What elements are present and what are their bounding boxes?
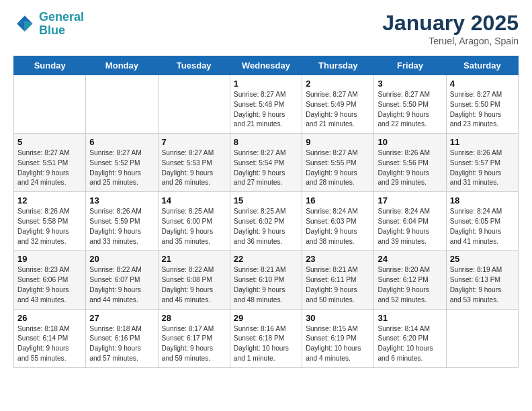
calendar-week-4: 19Sunrise: 8:23 AM Sunset: 6:06 PM Dayli…	[14, 250, 519, 309]
calendar-cell: 10Sunrise: 8:26 AM Sunset: 5:56 PM Dayli…	[374, 134, 446, 192]
calendar-cell: 1Sunrise: 8:27 AM Sunset: 5:48 PM Daylig…	[230, 75, 302, 134]
day-info: Sunrise: 8:26 AM Sunset: 5:59 PM Dayligh…	[89, 207, 154, 246]
calendar-cell: 25Sunrise: 8:19 AM Sunset: 6:13 PM Dayli…	[446, 250, 518, 309]
day-info: Sunrise: 8:25 AM Sunset: 6:02 PM Dayligh…	[234, 207, 298, 246]
calendar-cell: 26Sunrise: 8:18 AM Sunset: 6:14 PM Dayli…	[14, 309, 86, 367]
day-info: Sunrise: 8:14 AM Sunset: 6:20 PM Dayligh…	[378, 324, 442, 364]
day-info: Sunrise: 8:15 AM Sunset: 6:19 PM Dayligh…	[306, 324, 370, 364]
calendar-cell: 11Sunrise: 8:26 AM Sunset: 5:57 PM Dayli…	[446, 134, 518, 192]
logo-line1: General	[39, 10, 84, 24]
logo-icon	[13, 13, 35, 35]
day-info: Sunrise: 8:21 AM Sunset: 6:10 PM Dayligh…	[234, 265, 298, 305]
day-info: Sunrise: 8:21 AM Sunset: 6:11 PM Dayligh…	[306, 265, 370, 305]
day-number: 21	[162, 254, 226, 264]
calendar-cell: 19Sunrise: 8:23 AM Sunset: 6:06 PM Dayli…	[14, 250, 86, 309]
day-info: Sunrise: 8:27 AM Sunset: 5:48 PM Dayligh…	[234, 90, 298, 130]
calendar-cell: 12Sunrise: 8:26 AM Sunset: 5:58 PM Dayli…	[14, 192, 86, 250]
calendar-cell: 2Sunrise: 8:27 AM Sunset: 5:49 PM Daylig…	[302, 75, 374, 134]
day-info: Sunrise: 8:16 AM Sunset: 6:18 PM Dayligh…	[234, 324, 298, 364]
day-info: Sunrise: 8:17 AM Sunset: 6:17 PM Dayligh…	[162, 324, 226, 364]
calendar-cell: 29Sunrise: 8:16 AM Sunset: 6:18 PM Dayli…	[230, 309, 302, 367]
day-number: 30	[306, 313, 370, 323]
calendar-week-3: 12Sunrise: 8:26 AM Sunset: 5:58 PM Dayli…	[14, 192, 519, 250]
calendar-header-saturday: Saturday	[446, 56, 518, 75]
calendar-header-wednesday: Wednesday	[230, 56, 302, 75]
day-number: 20	[89, 254, 154, 264]
day-number: 1	[234, 79, 298, 89]
calendar-cell: 27Sunrise: 8:18 AM Sunset: 6:16 PM Dayli…	[86, 309, 158, 367]
main-title: January 2025	[382, 11, 519, 36]
calendar-cell: 9Sunrise: 8:27 AM Sunset: 5:55 PM Daylig…	[302, 134, 374, 192]
day-info: Sunrise: 8:27 AM Sunset: 5:54 PM Dayligh…	[234, 148, 298, 188]
calendar-cell: 6Sunrise: 8:27 AM Sunset: 5:52 PM Daylig…	[86, 134, 158, 192]
day-info: Sunrise: 8:23 AM Sunset: 6:06 PM Dayligh…	[17, 265, 82, 305]
day-info: Sunrise: 8:27 AM Sunset: 5:53 PM Dayligh…	[162, 148, 226, 188]
day-number: 29	[234, 313, 298, 323]
day-info: Sunrise: 8:24 AM Sunset: 6:03 PM Dayligh…	[306, 207, 370, 246]
day-info: Sunrise: 8:25 AM Sunset: 6:00 PM Dayligh…	[162, 207, 226, 246]
day-number: 27	[89, 313, 154, 323]
calendar-cell: 5Sunrise: 8:27 AM Sunset: 5:51 PM Daylig…	[14, 134, 86, 192]
calendar-header-sunday: Sunday	[14, 56, 86, 75]
calendar-header-monday: Monday	[86, 56, 158, 75]
day-info: Sunrise: 8:19 AM Sunset: 6:13 PM Dayligh…	[450, 265, 515, 305]
day-info: Sunrise: 8:22 AM Sunset: 6:08 PM Dayligh…	[162, 265, 226, 305]
day-number: 31	[378, 313, 442, 323]
day-number: 15	[234, 195, 298, 205]
page: General Blue January 2025 Teruel, Aragon…	[0, 0, 532, 381]
day-number: 26	[17, 313, 82, 323]
calendar-cell: 7Sunrise: 8:27 AM Sunset: 5:53 PM Daylig…	[158, 134, 230, 192]
day-number: 6	[89, 137, 154, 147]
day-number: 28	[162, 313, 226, 323]
day-info: Sunrise: 8:26 AM Sunset: 5:57 PM Dayligh…	[450, 148, 515, 188]
day-number: 4	[450, 79, 515, 89]
day-info: Sunrise: 8:27 AM Sunset: 5:49 PM Dayligh…	[306, 90, 370, 130]
day-number: 9	[306, 137, 370, 147]
calendar: SundayMondayTuesdayWednesdayThursdayFrid…	[13, 56, 519, 368]
calendar-cell	[86, 75, 158, 134]
logo-text: General Blue	[39, 11, 84, 38]
day-info: Sunrise: 8:24 AM Sunset: 6:05 PM Dayligh…	[450, 207, 515, 246]
day-number: 10	[378, 137, 442, 147]
day-info: Sunrise: 8:27 AM Sunset: 5:51 PM Dayligh…	[17, 148, 82, 188]
day-info: Sunrise: 8:18 AM Sunset: 6:16 PM Dayligh…	[89, 324, 154, 364]
calendar-week-2: 5Sunrise: 8:27 AM Sunset: 5:51 PM Daylig…	[14, 134, 519, 192]
calendar-cell: 3Sunrise: 8:27 AM Sunset: 5:50 PM Daylig…	[374, 75, 446, 134]
calendar-cell: 23Sunrise: 8:21 AM Sunset: 6:11 PM Dayli…	[302, 250, 374, 309]
day-number: 8	[234, 137, 298, 147]
day-info: Sunrise: 8:27 AM Sunset: 5:50 PM Dayligh…	[378, 90, 442, 130]
day-info: Sunrise: 8:26 AM Sunset: 5:56 PM Dayligh…	[378, 148, 442, 188]
title-block: January 2025 Teruel, Aragon, Spain	[382, 11, 519, 46]
calendar-header-tuesday: Tuesday	[158, 56, 230, 75]
day-info: Sunrise: 8:22 AM Sunset: 6:07 PM Dayligh…	[89, 265, 154, 305]
calendar-header-row: SundayMondayTuesdayWednesdayThursdayFrid…	[14, 56, 519, 75]
calendar-cell: 14Sunrise: 8:25 AM Sunset: 6:00 PM Dayli…	[158, 192, 230, 250]
day-number: 7	[162, 137, 226, 147]
day-info: Sunrise: 8:27 AM Sunset: 5:50 PM Dayligh…	[450, 90, 515, 130]
day-number: 2	[306, 79, 370, 89]
calendar-cell	[14, 75, 86, 134]
calendar-cell: 31Sunrise: 8:14 AM Sunset: 6:20 PM Dayli…	[374, 309, 446, 367]
day-number: 24	[378, 254, 442, 264]
day-number: 14	[162, 195, 226, 205]
day-info: Sunrise: 8:27 AM Sunset: 5:55 PM Dayligh…	[306, 148, 370, 188]
logo: General Blue	[13, 11, 84, 38]
calendar-cell: 24Sunrise: 8:20 AM Sunset: 6:12 PM Dayli…	[374, 250, 446, 309]
day-number: 16	[306, 195, 370, 205]
day-number: 17	[378, 195, 442, 205]
calendar-cell: 15Sunrise: 8:25 AM Sunset: 6:02 PM Dayli…	[230, 192, 302, 250]
calendar-cell: 4Sunrise: 8:27 AM Sunset: 5:50 PM Daylig…	[446, 75, 518, 134]
day-info: Sunrise: 8:27 AM Sunset: 5:52 PM Dayligh…	[89, 148, 154, 188]
day-number: 18	[450, 195, 515, 205]
calendar-cell	[158, 75, 230, 134]
logo-line2: Blue	[39, 24, 65, 37]
calendar-week-1: 1Sunrise: 8:27 AM Sunset: 5:48 PM Daylig…	[14, 75, 519, 134]
day-info: Sunrise: 8:20 AM Sunset: 6:12 PM Dayligh…	[378, 265, 442, 305]
calendar-cell: 30Sunrise: 8:15 AM Sunset: 6:19 PM Dayli…	[302, 309, 374, 367]
day-number: 25	[450, 254, 515, 264]
calendar-cell: 13Sunrise: 8:26 AM Sunset: 5:59 PM Dayli…	[86, 192, 158, 250]
day-number: 11	[450, 137, 515, 147]
day-info: Sunrise: 8:24 AM Sunset: 6:04 PM Dayligh…	[378, 207, 442, 246]
calendar-cell: 20Sunrise: 8:22 AM Sunset: 6:07 PM Dayli…	[86, 250, 158, 309]
day-number: 5	[17, 137, 82, 147]
